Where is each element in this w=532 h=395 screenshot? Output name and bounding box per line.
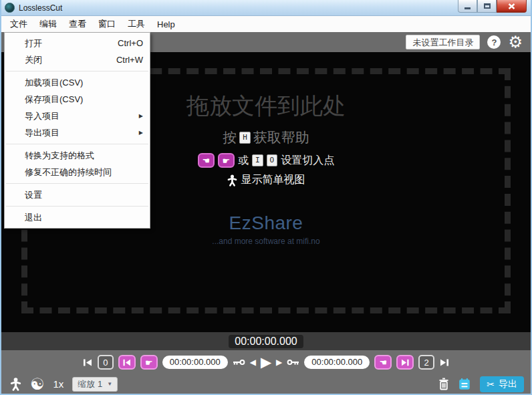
cut-suffix-text: 设置切入点 [281, 154, 334, 168]
end-marker-button[interactable]: 2 [418, 355, 434, 370]
menu-item-load-project[interactable]: 加载项目(CSV) [5, 74, 150, 91]
menu-item-label: 转换为支持的格式 [25, 150, 94, 162]
window-title: LosslessCut [19, 3, 62, 13]
menu-help[interactable]: Help [151, 16, 181, 32]
menu-item-label: 打开 [25, 37, 42, 49]
advanced-view-toggle[interactable] [10, 378, 21, 391]
bottom-panel: 0 ☛ 00:00:00.000 ◀ ▶ ▶ 00:00:00.000 ☚ 2 [1, 350, 531, 394]
menu-item-label: 设置 [25, 189, 42, 201]
prev-segment-icon [123, 359, 131, 366]
close-button[interactable] [497, 0, 527, 13]
prev-segment-button[interactable] [118, 355, 136, 370]
start-marker-button[interactable]: 0 [98, 355, 114, 370]
delete-segment-button[interactable] [438, 378, 449, 390]
brand-name: EzShare [229, 213, 303, 234]
menu-item-label: 导出项目 [25, 127, 59, 139]
set-cut-start-button[interactable]: ☛ [140, 355, 158, 370]
set-cut-end-hint-button[interactable]: ☛ [218, 153, 235, 168]
submenu-arrow-icon: ▶ [139, 113, 143, 119]
app-window: LosslessCut 文件 编辑 查看 窗口 工具 Help 未设置工作目录 … [0, 0, 532, 395]
hand-point-left-icon: ☚ [379, 358, 387, 368]
menu-item-label: 退出 [25, 212, 42, 224]
bottom-toolbar: ☯ 1x 缩放 1 ▼ [1, 374, 531, 394]
scissors-icon: ✂ [487, 379, 495, 390]
menu-item-label: 导入项目 [25, 110, 59, 122]
jump-end-button[interactable] [439, 358, 449, 367]
next-segment-button[interactable] [396, 355, 414, 370]
menu-item-open[interactable]: 打开Ctrl+O [5, 35, 150, 51]
segment-list-button[interactable] [458, 378, 471, 391]
zoom-select[interactable]: 缩放 1 ▼ [72, 377, 118, 392]
menu-separator [6, 71, 148, 72]
menu-item-label: 加载项目(CSV) [25, 77, 83, 89]
play-button[interactable]: ▶ [261, 354, 271, 370]
key-i-badge: I [252, 154, 263, 166]
step-forward-button[interactable]: ▶ [276, 358, 282, 367]
minimize-button[interactable] [458, 0, 477, 13]
key-left-icon [233, 358, 245, 366]
next-keyframe-button[interactable] [287, 358, 299, 366]
menu-item-label: 保存项目(CSV) [25, 94, 83, 106]
person-icon [10, 378, 21, 391]
menu-item-import-project[interactable]: 导入项目▶ [5, 108, 150, 124]
help-suffix: 获取帮助 [253, 128, 309, 147]
menu-item-convert-format[interactable]: 转换为支持的格式 [5, 147, 150, 164]
simple-view-line[interactable]: 显示简单视图 [227, 173, 305, 187]
menu-separator [6, 206, 148, 207]
menu-bar: 文件 编辑 查看 窗口 工具 Help [1, 16, 531, 32]
set-cut-end-button[interactable]: ☚ [374, 355, 392, 370]
cut-or-text: 或 [238, 154, 249, 168]
menu-window[interactable]: 窗口 [92, 16, 122, 32]
settings-gear-icon[interactable]: ⚙ [508, 34, 523, 50]
yin-yang-toggle[interactable]: ☯ [30, 376, 45, 392]
menu-view[interactable]: 查看 [63, 16, 92, 32]
menu-item-label: 关闭 [25, 54, 42, 66]
menu-edit[interactable]: 编辑 [33, 16, 63, 32]
timeline-strip[interactable]: 00:00:00.000 [1, 332, 531, 350]
prev-keyframe-button[interactable] [233, 358, 245, 366]
menu-file[interactable]: 文件 [4, 16, 33, 32]
export-button[interactable]: ✂ 导出 [480, 376, 524, 392]
zoom-select-value: 缩放 1 [78, 378, 102, 390]
step-back-button[interactable]: ◀ [250, 358, 256, 367]
hand-point-left-icon: ☚ [203, 156, 211, 166]
menu-item-settings[interactable]: 设置 [5, 186, 150, 203]
dropzone-title: 拖放文件到此处 [186, 91, 346, 122]
menu-item-save-project[interactable]: 保存项目(CSV) [5, 91, 150, 108]
jump-start-button[interactable] [83, 358, 93, 367]
simple-view-label: 显示简单视图 [241, 173, 305, 187]
menu-item-fix-duration[interactable]: 修复不正确的持续时间 [5, 164, 150, 180]
export-button-label: 导出 [499, 378, 517, 390]
set-cut-start-hint-button[interactable]: ☚ [198, 153, 215, 168]
trash-icon [438, 378, 449, 390]
menu-item-quit[interactable]: 退出 [5, 209, 150, 226]
minimize-icon [464, 7, 471, 9]
transport-controls: 0 ☛ 00:00:00.000 ◀ ▶ ▶ 00:00:00.000 ☚ 2 [1, 354, 531, 371]
working-directory-button[interactable]: 未设置工作目录 [406, 35, 480, 49]
app-icon [5, 3, 15, 13]
key-h-badge: H [239, 132, 251, 144]
chevron-down-icon: ▼ [107, 381, 112, 387]
menu-item-shortcut: Ctrl+O [118, 38, 143, 48]
menu-item-label: 修复不正确的持续时间 [25, 166, 112, 178]
playback-rate-label: 1x [53, 378, 64, 390]
file-menu-dropdown: 打开Ctrl+O 关闭Ctrl+W 加载项目(CSV) 保存项目(CSV) 导入… [4, 32, 150, 229]
hand-point-right-icon: ☛ [145, 358, 153, 368]
brand-tagline: ...and more software at mifi.no [212, 237, 319, 246]
key-o-badge: O [267, 154, 278, 166]
maximize-button[interactable] [477, 0, 497, 13]
cut-end-time-input[interactable]: 00:00:00.000 [304, 356, 370, 369]
help-hint-line: 按 H 获取帮助 [223, 128, 309, 147]
cut-start-time-input[interactable]: 00:00:00.000 [162, 356, 228, 369]
person-icon [227, 174, 237, 186]
key-right-icon [287, 358, 299, 366]
menu-item-export-project[interactable]: 导出项目▶ [5, 124, 150, 141]
help-button[interactable]: ? [487, 35, 501, 49]
next-segment-icon [401, 359, 409, 366]
notepad-icon [458, 378, 471, 391]
help-prefix: 按 [223, 128, 237, 147]
menu-item-close-file[interactable]: 关闭Ctrl+W [5, 51, 150, 68]
maximize-icon [484, 3, 491, 9]
menu-separator [6, 183, 148, 184]
menu-tools[interactable]: 工具 [122, 16, 151, 32]
